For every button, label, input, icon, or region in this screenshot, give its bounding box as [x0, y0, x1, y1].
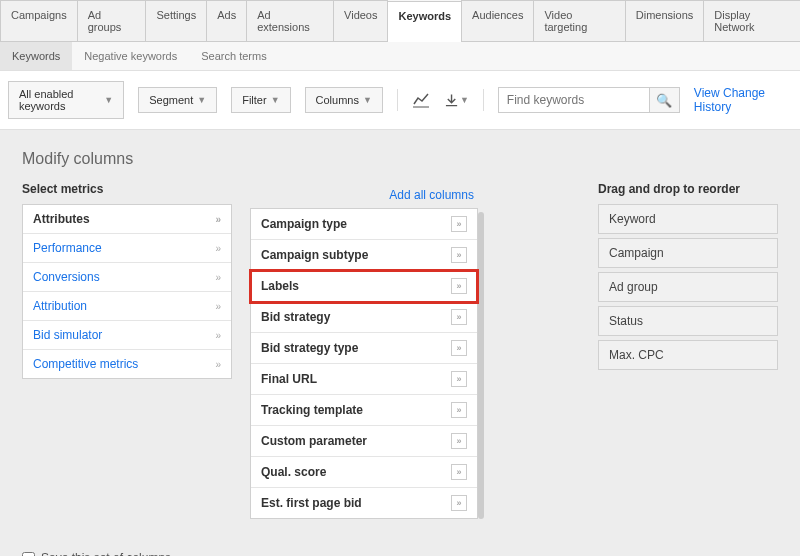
- main-tabs: CampaignsAd groupsSettingsAdsAd extensio…: [0, 0, 800, 42]
- reorder-heading: Drag and drop to reorder: [598, 182, 778, 196]
- main-tab-videos[interactable]: Videos: [333, 0, 388, 41]
- reorder-item-ad-group[interactable]: Ad group: [598, 272, 778, 302]
- reorder-item-keyword[interactable]: Keyword: [598, 204, 778, 234]
- toolbar: All enabled keywords▼ Segment▼ Filter▼ C…: [0, 70, 800, 130]
- main-tab-audiences[interactable]: Audiences: [461, 0, 534, 41]
- columns-dropdown[interactable]: Columns▼: [305, 87, 383, 113]
- attribute-campaign-type[interactable]: Campaign type»: [251, 209, 477, 240]
- panel-title: Modify columns: [22, 150, 778, 168]
- category-performance[interactable]: Performance»: [23, 234, 231, 263]
- category-competitive-metrics[interactable]: Competitive metrics»: [23, 350, 231, 378]
- attribute-qual-score[interactable]: Qual. score»: [251, 457, 477, 488]
- chevron-right-icon: »: [215, 214, 221, 225]
- select-metrics-heading: Select metrics: [22, 182, 232, 196]
- attribute-custom-parameter[interactable]: Custom parameter»: [251, 426, 477, 457]
- attributes-column: Add all columns Campaign type»Campaign s…: [250, 182, 478, 519]
- main-tab-settings[interactable]: Settings: [145, 0, 207, 41]
- sub-tab-keywords[interactable]: Keywords: [0, 42, 72, 70]
- sub-tab-search-terms[interactable]: Search terms: [189, 42, 278, 70]
- caret-down-icon: ▼: [104, 95, 113, 105]
- caret-down-icon: ▼: [363, 95, 372, 105]
- main-tab-dimensions[interactable]: Dimensions: [625, 0, 704, 41]
- main-tab-ad-groups[interactable]: Ad groups: [77, 0, 147, 41]
- metrics-categories: Select metrics Attributes»Performance»Co…: [22, 182, 232, 379]
- sub-tab-negative-keywords[interactable]: Negative keywords: [72, 42, 189, 70]
- search-icon: 🔍: [656, 93, 672, 108]
- chevron-right-icon: »: [215, 301, 221, 312]
- add-icon[interactable]: »: [451, 464, 467, 480]
- attribute-campaign-subtype[interactable]: Campaign subtype»: [251, 240, 477, 271]
- search-button[interactable]: 🔍: [649, 88, 679, 112]
- sub-tabs: KeywordsNegative keywordsSearch terms: [0, 42, 800, 70]
- add-icon[interactable]: »: [451, 309, 467, 325]
- scrollbar[interactable]: [478, 212, 484, 519]
- caret-down-icon: ▼: [460, 95, 469, 105]
- add-all-columns-link[interactable]: Add all columns: [250, 182, 478, 208]
- main-tab-ads[interactable]: Ads: [206, 0, 247, 41]
- chevron-right-icon: »: [215, 272, 221, 283]
- category-attributes[interactable]: Attributes»: [23, 205, 231, 234]
- chevron-right-icon: »: [215, 243, 221, 254]
- attribute-bid-strategy-type[interactable]: Bid strategy type»: [251, 333, 477, 364]
- add-icon[interactable]: »: [451, 216, 467, 232]
- modify-columns-panel: Modify columns Select metrics Attributes…: [0, 130, 800, 556]
- save-columns-checkbox-label[interactable]: Save this set of columns: [22, 551, 778, 556]
- caret-down-icon: ▼: [271, 95, 280, 105]
- add-icon[interactable]: »: [451, 402, 467, 418]
- filter-dropdown[interactable]: Filter▼: [231, 87, 290, 113]
- attribute-bid-strategy[interactable]: Bid strategy»: [251, 302, 477, 333]
- enabled-keywords-dropdown[interactable]: All enabled keywords▼: [8, 81, 124, 119]
- attribute-est-first-page-bid[interactable]: Est. first page bid»: [251, 488, 477, 518]
- reorder-item-campaign[interactable]: Campaign: [598, 238, 778, 268]
- save-columns-text: Save this set of columns: [41, 551, 171, 556]
- add-icon[interactable]: »: [451, 495, 467, 511]
- divider: [483, 89, 484, 111]
- attribute-tracking-template[interactable]: Tracking template»: [251, 395, 477, 426]
- add-icon[interactable]: »: [451, 278, 467, 294]
- main-tab-keywords[interactable]: Keywords: [387, 1, 462, 42]
- category-bid-simulator[interactable]: Bid simulator»: [23, 321, 231, 350]
- add-icon[interactable]: »: [451, 371, 467, 387]
- category-attribution[interactable]: Attribution»: [23, 292, 231, 321]
- chevron-right-icon: »: [215, 330, 221, 341]
- search-input[interactable]: [499, 88, 649, 112]
- category-conversions[interactable]: Conversions»: [23, 263, 231, 292]
- download-icon[interactable]: ▼: [445, 88, 469, 112]
- main-tab-ad-extensions[interactable]: Ad extensions: [246, 0, 334, 41]
- chevron-right-icon: »: [215, 359, 221, 370]
- view-change-history-link[interactable]: View Change History: [694, 86, 784, 114]
- segment-dropdown[interactable]: Segment▼: [138, 87, 217, 113]
- main-tab-campaigns[interactable]: Campaigns: [0, 0, 78, 41]
- caret-down-icon: ▼: [197, 95, 206, 105]
- divider: [397, 89, 398, 111]
- add-icon[interactable]: »: [451, 247, 467, 263]
- chart-icon[interactable]: [412, 88, 431, 112]
- main-tab-video-targeting[interactable]: Video targeting: [533, 0, 625, 41]
- attribute-final-url[interactable]: Final URL»: [251, 364, 477, 395]
- reorder-item-status[interactable]: Status: [598, 306, 778, 336]
- search-box: 🔍: [498, 87, 680, 113]
- add-icon[interactable]: »: [451, 340, 467, 356]
- reorder-column: Drag and drop to reorder KeywordCampaign…: [598, 182, 778, 374]
- reorder-item-max-cpc[interactable]: Max. CPC: [598, 340, 778, 370]
- save-columns-checkbox[interactable]: [22, 552, 35, 557]
- add-icon[interactable]: »: [451, 433, 467, 449]
- main-tab-display-network[interactable]: Display Network: [703, 0, 800, 41]
- attribute-labels[interactable]: Labels»: [251, 271, 477, 302]
